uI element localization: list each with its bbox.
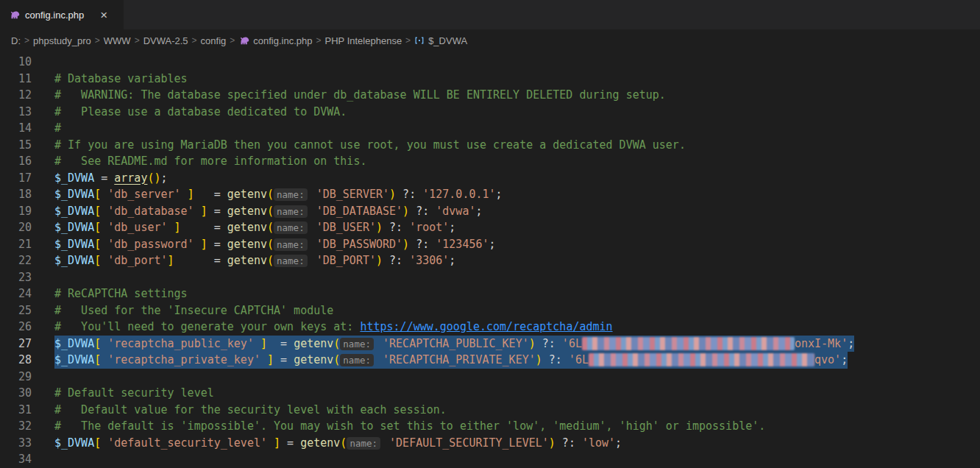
line-number[interactable]: 23 [0, 269, 32, 286]
line-number[interactable]: 19 [0, 203, 32, 220]
variable-token: $_DVWA [54, 337, 94, 350]
line-number[interactable]: 26 [0, 319, 32, 336]
breadcrumb-item-d[interactable]: D: [11, 35, 21, 46]
code-line-31[interactable]: 31# Default value for the security level… [0, 402, 980, 419]
code-line-16[interactable]: 16# See README.md for more information o… [0, 153, 980, 170]
code-line-26[interactable]: 26# You'll need to generate your own key… [0, 319, 980, 336]
code-line-19[interactable]: 19$_DVWA[ 'db_database' ] = getenv(name:… [0, 203, 980, 220]
code-line-11[interactable]: 11# Database variables [0, 71, 980, 88]
recaptcha-admin-link[interactable]: https://www.google.com/recaptcha/admin [360, 320, 612, 333]
code-line-27[interactable]: 27$_DVWA[ 'recaptcha_public_key' ] = get… [0, 336, 980, 352]
code-line-18[interactable]: 18$_DVWA[ 'db_server' ] = getenv(name: '… [0, 186, 980, 203]
string-token: 'recaptcha_private_key' [107, 353, 260, 366]
bracket-token: ] [267, 353, 274, 366]
line-number[interactable]: 18 [0, 186, 32, 203]
code-token: ?: [383, 254, 409, 267]
comment-token: # Default value for the security level w… [54, 403, 447, 416]
line-number[interactable]: 14 [0, 120, 32, 137]
variable-token: $_DVWA [54, 353, 94, 366]
breadcrumb-item-dvwa[interactable]: $_DVWA [414, 35, 467, 46]
bracket-token: ] [274, 436, 280, 450]
code-line-30[interactable]: 30# Default security level [0, 385, 980, 402]
code-token: = [207, 238, 227, 251]
function-token: getenv [294, 337, 333, 350]
breadcrumb-item-php-intelephense[interactable]: PHP Intelephense [325, 35, 402, 46]
breadcrumb: D:>phpstudy_pro>WWW>DVWA-2.5>config>conf… [0, 29, 980, 52]
line-number[interactable]: 20 [0, 219, 32, 236]
line-number[interactable]: 34 [0, 451, 32, 468]
bracket-token: ] [168, 254, 174, 267]
line-number[interactable]: 24 [0, 286, 32, 302]
line-number[interactable]: 10 [0, 54, 32, 71]
bracket-token: [ [94, 238, 101, 251]
function-token: getenv [227, 188, 267, 201]
line-number[interactable]: 12 [0, 87, 32, 104]
bracket-token: ) [549, 436, 555, 450]
line-number[interactable]: 27 [0, 336, 32, 352]
code-line-28[interactable]: 28$_DVWA[ 'recaptcha_private_key' ] = ge… [0, 352, 980, 369]
inlay-hint-name: name: [274, 221, 308, 234]
redacted-secret: xxxxxxxxxxxxxxxxxxxxxxxxxxxxxxxx [582, 337, 795, 350]
code-line-32[interactable]: 32# The default is 'impossible'. You may… [0, 418, 980, 435]
code-token: ?: [542, 353, 569, 366]
code-line-23[interactable]: 23 [0, 269, 980, 286]
line-number[interactable]: 17 [0, 170, 32, 187]
line-number[interactable]: 25 [0, 302, 32, 319]
close-icon[interactable]: × [98, 8, 110, 22]
line-number[interactable]: 13 [0, 104, 32, 121]
code-token: ; [496, 188, 503, 201]
breadcrumb-item-config-inc-php[interactable]: config.inc.php [238, 35, 312, 46]
code-line-24[interactable]: 24# ReCAPTCHA settings [0, 286, 980, 302]
code-line-25[interactable]: 25# Used for the 'Insecure CAPTCHA' modu… [0, 302, 980, 319]
php-icon [238, 35, 249, 46]
line-number[interactable]: 15 [0, 137, 32, 154]
php-icon [9, 10, 20, 21]
code-line-22[interactable]: 22$_DVWA[ 'db_port'] = getenv(name: 'DB_… [0, 252, 980, 269]
code-line-12[interactable]: 12# WARNING: The database specified unde… [0, 87, 980, 104]
bracket-token: [ [94, 254, 101, 267]
code-token: = [267, 337, 294, 350]
code-line-10[interactable]: 10 [0, 54, 980, 71]
code-line-13[interactable]: 13# Please use a database dedicated to D… [0, 104, 980, 121]
code-token [310, 221, 316, 234]
string-token: 'db_port' [107, 254, 167, 267]
comment-token: # [54, 121, 61, 135]
code-editor[interactable]: 1011# Database variables12# WARNING: The… [0, 52, 980, 468]
code-line-14[interactable]: 14# [0, 120, 980, 137]
line-content: # Default value for the security level w… [54, 402, 447, 419]
line-number[interactable]: 11 [0, 71, 32, 88]
code-token: ; [848, 337, 854, 350]
bracket-token: ( [267, 238, 274, 251]
redacted-secret: xxxxxxxxxxxxxxxxxxxxxxxxxxxxxxxxxx [589, 353, 814, 366]
function-token: getenv [300, 436, 340, 450]
breadcrumb-item-config[interactable]: config [201, 35, 227, 46]
code-line-21[interactable]: 21$_DVWA[ 'db_password' ] = getenv(name:… [0, 236, 980, 253]
code-line-34[interactable]: 34 [0, 451, 980, 468]
line-number[interactable]: 21 [0, 236, 32, 253]
line-number[interactable]: 31 [0, 402, 32, 419]
bracket-token: [ [94, 221, 101, 234]
code-line-15[interactable]: 15# If you are using MariaDB then you ca… [0, 137, 980, 154]
line-number[interactable]: 30 [0, 385, 32, 402]
line-number[interactable]: 33 [0, 435, 32, 452]
line-number[interactable]: 16 [0, 153, 32, 170]
code-line-33[interactable]: 33$_DVWA[ 'default_security_level' ] = g… [0, 435, 980, 452]
breadcrumb-item-phpstudy-pro[interactable]: phpstudy_pro [33, 35, 91, 46]
code-line-29[interactable]: 29 [0, 369, 980, 386]
string-token: 'DEFAULT_SECURITY_LEVEL' [389, 436, 549, 450]
breadcrumb-separator: > [95, 35, 100, 46]
breadcrumb-item-www[interactable]: WWW [104, 35, 131, 46]
breadcrumb-item-dvwa-2-5[interactable]: DVWA-2.5 [143, 35, 188, 46]
line-number[interactable]: 22 [0, 252, 32, 269]
line-content: # WARNING: The database specified under … [54, 87, 666, 104]
string-token: 'dvwa' [436, 205, 475, 218]
code-line-20[interactable]: 20$_DVWA[ 'db_user' ] = getenv(name: 'DB… [0, 219, 980, 236]
line-number[interactable]: 32 [0, 418, 32, 435]
code-line-17[interactable]: 17$_DVWA = array(); [0, 170, 980, 187]
bracket-token: [ [94, 337, 101, 350]
inlay-hint-name: name: [340, 338, 374, 350]
line-number[interactable]: 29 [0, 369, 32, 386]
breadcrumb-label: D: [11, 35, 21, 46]
line-number[interactable]: 28 [0, 352, 32, 369]
tab-config-inc-php[interactable]: config.inc.php × [0, 0, 124, 29]
